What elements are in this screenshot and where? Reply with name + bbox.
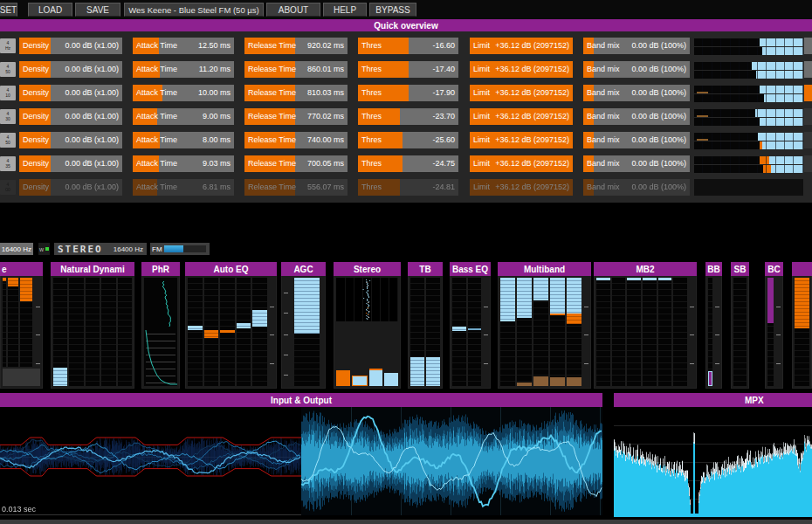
param-cell-band_mix[interactable]: Band mix0.00 dB (100%) bbox=[583, 132, 690, 148]
param-cell-band_mix[interactable]: Band mix0.00 dB (100%) bbox=[583, 155, 690, 172]
panel-header[interactable]: SB bbox=[731, 262, 749, 276]
bar-orange bbox=[550, 314, 565, 315]
goniometer-canvas bbox=[336, 278, 398, 321]
io-panel-header[interactable]: Input & Output bbox=[0, 393, 602, 407]
panel-header[interactable]: BB bbox=[705, 262, 722, 276]
param-cell-release[interactable]: Release Time740.00 ms bbox=[244, 132, 348, 148]
param-cell-density[interactable]: Density0.00 dB (x1.00) bbox=[19, 155, 122, 172]
param-cell-attack[interactable]: Attack Time6.81 ms bbox=[133, 179, 234, 196]
param-cell-attack[interactable]: Attack Time9.00 ms bbox=[133, 108, 234, 125]
panel-header[interactable]: Stereo bbox=[334, 262, 401, 276]
param-cell-thres[interactable]: Thres-24.75 bbox=[358, 155, 458, 172]
param-value: +36.12 dB (2097152) bbox=[495, 108, 569, 125]
param-value: 0.00 dB (100%) bbox=[631, 108, 686, 125]
meter-column bbox=[204, 278, 219, 386]
param-label: Limit bbox=[473, 85, 490, 101]
panel-header[interactable]: TB bbox=[408, 262, 443, 276]
meter-column bbox=[188, 278, 203, 386]
param-cell-band_mix[interactable]: Band mix0.00 dB (100%) bbox=[583, 179, 690, 196]
panel-columns bbox=[3, 278, 33, 367]
panel-header[interactable]: Natural Dynami bbox=[51, 262, 134, 276]
param-cell-thres[interactable]: Thres-24.81 bbox=[358, 179, 458, 196]
param-cell-band_mix[interactable]: Band mix0.00 dB (100%) bbox=[583, 38, 690, 54]
panel-header[interactable] bbox=[792, 262, 812, 276]
band-meter-off bbox=[694, 179, 803, 196]
param-cell-thres[interactable]: Thres-23.70 bbox=[358, 108, 458, 125]
param-cell-thres[interactable]: Thres-17.90 bbox=[358, 85, 458, 101]
param-cell-limit[interactable]: Limit+36.12 dB (2097152) bbox=[470, 61, 573, 78]
param-cell-release[interactable]: Release Time700.05 ms bbox=[244, 155, 348, 172]
load-button[interactable]: LOAD bbox=[28, 3, 72, 17]
tick-mark bbox=[715, 307, 719, 307]
meter-segments bbox=[694, 141, 803, 149]
panel-header[interactable]: PhR bbox=[141, 262, 180, 276]
param-cell-attack[interactable]: Attack Time9.03 ms bbox=[133, 155, 234, 172]
param-cell-density[interactable]: Density0.00 dB (x1.00) bbox=[19, 179, 122, 196]
mpx-panel-header[interactable]: MPX bbox=[614, 393, 812, 407]
tick-mark bbox=[715, 363, 719, 364]
panel-header[interactable]: e bbox=[0, 262, 43, 276]
preset-selector[interactable]: Wes Keene - Blue Steel FM (50 µs) bbox=[124, 3, 264, 17]
param-cell-release[interactable]: Release Time556.07 ms bbox=[244, 179, 348, 196]
bar-cyan bbox=[533, 278, 548, 300]
param-cell-limit[interactable]: Limit+36.12 dB (2097152) bbox=[470, 108, 573, 125]
panel-header[interactable]: Bass EQ bbox=[450, 262, 491, 276]
param-cell-release[interactable]: Release Time920.02 ms bbox=[244, 38, 348, 54]
panel-header[interactable]: Multiband bbox=[498, 262, 591, 276]
param-cell-attack[interactable]: Attack Time10.00 ms bbox=[133, 85, 234, 101]
edge-chip bbox=[804, 108, 812, 125]
param-cell-density[interactable]: Density0.00 dB (x1.00) bbox=[19, 108, 122, 125]
param-cell-thres[interactable]: Thres-25.60 bbox=[358, 132, 458, 148]
param-cell-band_mix[interactable]: Band mix0.00 dB (100%) bbox=[583, 85, 690, 101]
param-label: Attack Time bbox=[136, 155, 177, 172]
param-cell-density[interactable]: Density0.00 dB (x1.00) bbox=[19, 85, 122, 101]
panel-header[interactable]: MB2 bbox=[594, 262, 697, 276]
param-value: 770.02 ms bbox=[307, 108, 344, 125]
about-button[interactable]: ABOUT bbox=[266, 3, 320, 17]
param-cell-limit[interactable]: Limit+36.12 dB (2097152) bbox=[470, 38, 573, 54]
panel-e: e bbox=[0, 262, 43, 389]
param-cell-attack[interactable]: Attack Time12.50 ms bbox=[133, 38, 234, 54]
meter-column bbox=[3, 278, 6, 367]
overview-row: 410Density0.00 dB (x1.00)Attack Time10.0… bbox=[0, 85, 812, 101]
param-cell-density[interactable]: Density0.00 dB (x1.00) bbox=[19, 132, 122, 148]
bar-cyan bbox=[53, 368, 67, 386]
param-cell-limit[interactable]: Limit+36.12 dB (2097152) bbox=[470, 132, 573, 148]
param-cell-limit[interactable]: Limit+36.12 dB (2097152) bbox=[470, 179, 573, 196]
bypass-button[interactable]: BYPASS bbox=[369, 3, 416, 17]
stereo-lcd-indicator: STEREO bbox=[58, 244, 103, 255]
param-cell-release[interactable]: Release Time860.01 ms bbox=[244, 61, 348, 78]
param-cell-release[interactable]: Release Time770.02 ms bbox=[244, 108, 348, 125]
param-cell-band_mix[interactable]: Band mix0.00 dB (100%) bbox=[583, 108, 690, 125]
panel-header[interactable]: Auto EQ bbox=[185, 262, 277, 276]
param-cell-attack[interactable]: Attack Time11.20 ms bbox=[133, 61, 234, 78]
param-label: Release Time bbox=[248, 85, 296, 101]
param-cell-band_mix[interactable]: Band mix0.00 dB (100%) bbox=[583, 61, 690, 78]
save-button[interactable]: SAVE bbox=[75, 3, 120, 17]
param-value: +36.12 dB (2097152) bbox=[495, 85, 569, 101]
param-cell-attack[interactable]: Attack Time8.00 ms bbox=[133, 132, 234, 148]
param-cell-density[interactable]: Density0.00 dB (x1.00) bbox=[19, 61, 122, 78]
param-cell-release[interactable]: Release Time810.03 ms bbox=[244, 85, 348, 101]
bar-orange bbox=[220, 330, 235, 334]
param-value: +36.12 dB (2097152) bbox=[495, 61, 569, 78]
panel-body bbox=[142, 276, 179, 388]
panel-header[interactable]: AGC bbox=[281, 262, 326, 276]
meter-column bbox=[643, 278, 657, 386]
param-cell-thres[interactable]: Thres-17.40 bbox=[358, 61, 458, 78]
param-value: 700.05 ms bbox=[307, 155, 344, 172]
help-button[interactable]: HELP bbox=[323, 3, 367, 17]
param-cell-limit[interactable]: Limit+36.12 dB (2097152) bbox=[470, 85, 573, 101]
band-meter bbox=[694, 94, 803, 102]
param-value: 10.00 ms bbox=[198, 85, 231, 101]
param-label: Density bbox=[23, 132, 49, 148]
panel-header[interactable]: BC bbox=[765, 262, 783, 276]
meter-column bbox=[673, 278, 687, 386]
meter-column bbox=[20, 278, 32, 367]
param-cell-density[interactable]: Density0.00 dB (x1.00) bbox=[19, 38, 122, 54]
param-cell-limit[interactable]: Limit+36.12 dB (2097152) bbox=[470, 155, 573, 172]
param-cell-thres[interactable]: Thres-16.60 bbox=[358, 38, 458, 54]
param-value: 6.81 ms bbox=[203, 179, 231, 196]
reset-button[interactable]: SET bbox=[0, 3, 17, 17]
input-output-scope-panel: Input & Output 0.013 sec bbox=[0, 393, 602, 516]
